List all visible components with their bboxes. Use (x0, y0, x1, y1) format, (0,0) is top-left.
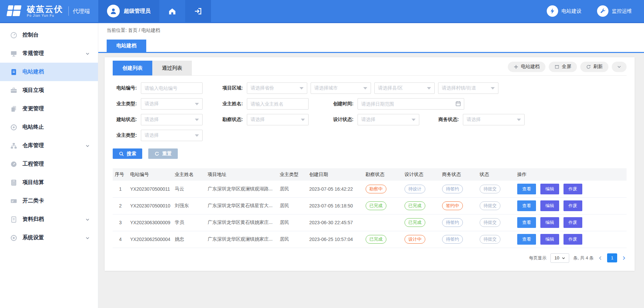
tab-approved-list[interactable]: 通过列表 (152, 61, 192, 75)
caret-down-icon (517, 119, 521, 121)
table-row: 1 YX2023070500011 马云 广东深圳龙华区观澜镇观湖路... 居民… (113, 181, 627, 197)
topbar: 破茧云伏 Po Jian Yun Fu 代理端 超级管理员 (0, 0, 644, 23)
design-status-badge: 待设计 (405, 185, 425, 193)
province-select[interactable]: 请选择省份 (247, 82, 307, 94)
business-status-badge: 待签约 (442, 235, 463, 244)
home-button[interactable] (159, 0, 185, 22)
logout-button[interactable] (185, 0, 211, 22)
chevron-down-icon (85, 143, 90, 148)
sidebar-item-system-settings[interactable]: 系统设置 (0, 229, 98, 247)
brand-block: 破茧云伏 Po Jian Yun Fu 代理端 (0, 0, 98, 22)
design-status-select[interactable]: 请选择 (358, 114, 419, 125)
document-icon (10, 68, 17, 76)
user-menu[interactable]: 超级管理员 (98, 0, 159, 22)
reset-button[interactable]: 重置 (148, 148, 178, 159)
sidebar-item-class2-card[interactable]: 开二类卡 (0, 192, 98, 210)
view-button[interactable]: 查看 (517, 217, 536, 228)
page-tab-station-archive[interactable]: 电站建档 (107, 40, 146, 52)
user-name: 超级管理员 (124, 8, 151, 15)
chevron-down-icon (561, 256, 566, 260)
quick-link-label: 电站建设 (561, 8, 582, 14)
breadcrumb-label: 当前位置: (107, 27, 127, 33)
status-badge: 待提交 (480, 235, 500, 244)
home-icon (168, 7, 176, 15)
street-select[interactable]: 请选择村镇/街道 (438, 82, 498, 94)
sidebar-item-station-termination[interactable]: 电站终止 (0, 118, 98, 136)
avatar (107, 5, 120, 17)
sidebar-item-data-archive[interactable]: 资料归档 (0, 210, 98, 229)
next-page-button[interactable] (621, 255, 627, 261)
district-select[interactable]: 请选择县/区 (374, 82, 435, 94)
sidebar: 控制台 常规管理 电站建档 项目立项 变更管理 电站终止 (0, 23, 98, 308)
refresh-button[interactable]: 刷新 (580, 62, 608, 72)
sidebar-item-general-mgmt[interactable]: 常规管理 (0, 44, 98, 63)
calendar-icon (455, 101, 461, 108)
sidebar-item-engineering-mgmt[interactable]: 工程管理 (0, 155, 98, 173)
stations-table: 序号 电站编号 业主姓名 项目地址 业主类型 创建日期 勘察状态 设计状态 商务… (113, 168, 627, 248)
prev-page-button[interactable] (598, 255, 603, 261)
owner-name-input[interactable] (247, 98, 309, 110)
view-button[interactable]: 查看 (517, 234, 536, 245)
sidebar-item-change-mgmt[interactable]: 变更管理 (0, 100, 98, 118)
page-number-button[interactable]: 1 (607, 253, 617, 262)
survey-status-badge: 已完成 (366, 201, 386, 210)
view-button[interactable]: 查看 (517, 200, 536, 211)
chevron-right-icon (621, 255, 627, 261)
reset-icon (154, 151, 160, 157)
brand-logo-icon (6, 5, 24, 17)
sidebar-item-project-settlement[interactable]: 项目结算 (0, 173, 98, 192)
quick-link-label: 监控运维 (612, 8, 632, 14)
card-icon (10, 197, 17, 205)
table-header-row: 序号 电站编号 业主姓名 项目地址 业主类型 创建日期 勘察状态 设计状态 商务… (113, 168, 627, 181)
per-page-select[interactable]: 10 (550, 253, 569, 263)
status-badge: 待提交 (480, 201, 500, 210)
quick-link-station-build[interactable]: 电站建设 (547, 5, 582, 17)
owner-type-select-2[interactable]: 请选择 (141, 130, 203, 141)
edit-button[interactable]: 编辑 (540, 217, 559, 228)
breadcrumb-path[interactable]: 首页 / 电站建档 (128, 27, 160, 33)
edit-button[interactable]: 编辑 (540, 200, 559, 211)
business-status-select[interactable]: 请选择 (463, 114, 525, 125)
chevron-down-icon (85, 236, 90, 240)
void-button[interactable]: 作废 (564, 234, 582, 245)
more-toggle-button[interactable] (612, 62, 627, 72)
sidebar-item-project-initiation[interactable]: 项目立项 (0, 81, 98, 100)
design-status-badge: 已完成 (405, 201, 425, 210)
caret-down-icon (300, 87, 304, 89)
build-status-select[interactable]: 请选择 (141, 114, 203, 125)
edit-button[interactable]: 编辑 (540, 184, 559, 194)
quick-link-monitor-ops[interactable]: 监控运维 (597, 5, 632, 17)
refresh-icon (586, 64, 591, 69)
sidebar-item-warehouse-mgmt[interactable]: 仓库管理 (0, 136, 98, 155)
design-status-badge: 已完成 (405, 218, 425, 227)
fullscreen-button[interactable]: 全屏 (549, 62, 577, 72)
search-button[interactable]: 搜索 (113, 148, 142, 159)
monitor-icon (10, 50, 17, 57)
void-button[interactable]: 作废 (564, 200, 582, 211)
survey-status-select[interactable]: 请选择 (247, 114, 309, 125)
business-status-badge: 签约中 (442, 201, 463, 210)
target-icon (10, 124, 17, 131)
tab-create-list[interactable]: 创建列表 (113, 61, 152, 75)
create-time-range-input[interactable] (358, 98, 464, 110)
caret-down-icon (195, 103, 199, 105)
settings-icon (10, 234, 17, 242)
owner-type-select[interactable]: 请选择 (141, 98, 203, 110)
create-station-button[interactable]: 电站建档 (508, 62, 545, 72)
edit-button[interactable]: 编辑 (540, 234, 559, 245)
lightning-icon (549, 8, 556, 14)
sidebar-item-station-archive[interactable]: 电站建档 (0, 63, 98, 81)
dashboard-icon (10, 161, 17, 168)
city-select[interactable]: 请选择城市 (311, 82, 371, 94)
void-button[interactable]: 作废 (564, 217, 582, 228)
business-status-badge: 待签约 (442, 218, 463, 227)
void-button[interactable]: 作废 (564, 184, 582, 194)
content: 创建列表 通过列表 电站建档 全屏 (98, 53, 644, 308)
sidebar-item-console[interactable]: 控制台 (0, 26, 98, 44)
station-no-input[interactable] (141, 82, 203, 94)
view-button[interactable]: 查看 (517, 184, 536, 194)
chevron-down-icon (617, 64, 622, 69)
chevron-down-icon (85, 51, 90, 56)
sitemap-icon (10, 142, 17, 149)
survey-status-badge: 勘察中 (366, 185, 386, 193)
